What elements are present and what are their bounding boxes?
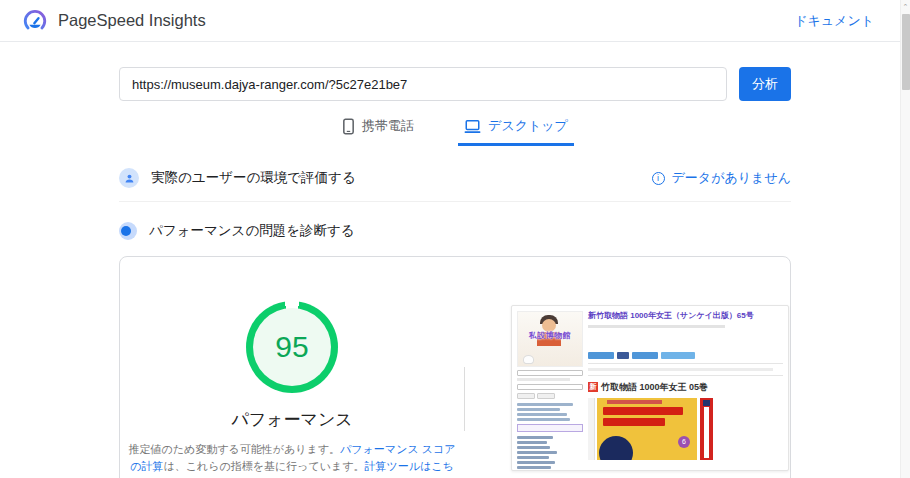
thumb-post-title: 新竹取物語 1000年女王（サンケイ出版）65号 xyxy=(588,311,783,322)
tab-desktop-label: デスクトップ xyxy=(488,117,568,135)
thumb-share-buttons xyxy=(588,352,783,359)
score-value: 95 xyxy=(275,330,308,364)
tab-desktop[interactable]: デスクトップ xyxy=(458,113,574,146)
scrollbar-thumb[interactable] xyxy=(902,14,910,90)
thumb-site-name: 私設博物館 xyxy=(518,330,582,341)
lab-section: パフォーマンスの問題を診断する xyxy=(119,222,791,240)
comic-spine xyxy=(700,398,713,460)
main-column: 分析 携帯電話 デスクトップ xyxy=(119,67,791,478)
thumb-site-header: 私設博物館 xyxy=(517,311,583,367)
thumb-select xyxy=(517,370,583,376)
tab-mobile-label: 携帯電話 xyxy=(362,117,414,135)
thumb-post-heading: 新 竹取物語 1000年女王 05巻 xyxy=(588,381,783,394)
url-input[interactable] xyxy=(119,67,727,101)
analyze-form: 分析 xyxy=(119,67,791,101)
thumb-content: 新竹取物語 1000年女王（サンケイ出版）65号 新 xyxy=(588,311,783,465)
thumb-cover: 6 xyxy=(588,398,783,460)
scroll-up-icon[interactable]: ⌃ xyxy=(901,0,910,11)
laptop-icon xyxy=(464,119,481,134)
info-icon[interactable]: i xyxy=(652,172,665,185)
field-section-title: 実際のユーザーの環境で評価する xyxy=(151,169,356,187)
gauge-icon xyxy=(119,222,137,240)
field-data-status: i データがありません xyxy=(652,169,791,187)
score-note: 推定値のため変動する可能性があります。パフォーマンス スコアの計算は、これらの指… xyxy=(127,441,457,478)
thumb-search xyxy=(517,384,583,390)
page-thumbnail: 私設博物館 xyxy=(511,305,789,471)
cover-volume-number: 6 xyxy=(678,436,690,448)
user-icon xyxy=(119,168,139,188)
pagespeed-insights-page: PageSpeed Insights ドキュメント ⌃ 分析 携帯電話 xyxy=(0,0,910,478)
app-header: PageSpeed Insights ドキュメント xyxy=(0,0,910,42)
score-gauge[interactable]: 95 xyxy=(246,301,338,393)
score-note-text2: は、これらの指標を基に行っています。 xyxy=(163,460,364,472)
score-label: パフォーマンス xyxy=(231,408,352,431)
pagespeed-logo-icon xyxy=(22,8,48,34)
comic-cover: 6 xyxy=(597,398,697,460)
card-divider xyxy=(464,367,465,431)
lab-section-title: パフォーマンスの問題を診断する xyxy=(149,222,355,240)
score-panel: 95 パフォーマンス 推定値のため変動する可能性があります。パフォーマンス スコ… xyxy=(120,257,464,478)
new-badge: 新 xyxy=(588,382,598,392)
tab-mobile[interactable]: 携帯電話 xyxy=(336,113,420,146)
thumb-sidebar: 私設博物館 xyxy=(517,311,583,465)
no-data-label[interactable]: データがありません xyxy=(672,169,791,187)
thumb-nav-links xyxy=(517,403,583,421)
phone-icon xyxy=(342,118,355,135)
app-title: PageSpeed Insights xyxy=(58,11,206,30)
score-note-text: 推定値のため変動する可能性があります。 xyxy=(129,443,341,455)
thumb-category-box xyxy=(517,424,583,432)
performance-card: 95 パフォーマンス 推定値のため変動する可能性があります。パフォーマンス スコ… xyxy=(119,256,791,478)
field-data-section: 実際のユーザーの環境で評価する i データがありません xyxy=(119,168,791,202)
device-tabs: 携帯電話 デスクトップ xyxy=(119,113,791,146)
documentation-link[interactable]: ドキュメント xyxy=(794,12,874,30)
thumb-category-links xyxy=(517,436,583,469)
analyze-button[interactable]: 分析 xyxy=(739,67,791,101)
scrollbar[interactable]: ⌃ xyxy=(900,0,910,478)
